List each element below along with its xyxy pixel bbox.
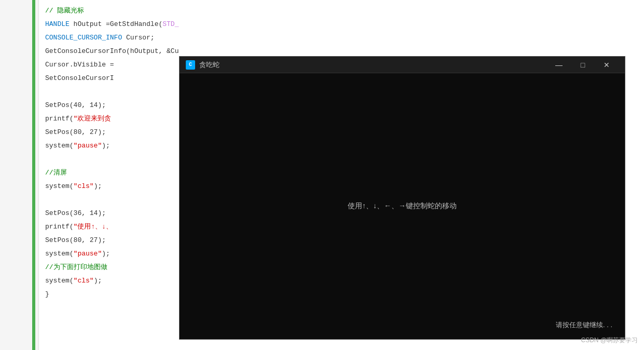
code-editor: // 隐藏光标 HANDLE hOutput = GetStdHandle( S… bbox=[39, 0, 179, 350]
code-line-2: HANDLE hOutput = GetStdHandle( STD_OUTPU… bbox=[45, 18, 173, 31]
code-line-9: printf( "欢迎来到贪 bbox=[45, 112, 173, 126]
maximize-button[interactable]: □ bbox=[571, 57, 595, 73]
code-line-21: system( "cls" ); bbox=[45, 274, 173, 288]
line-gutter bbox=[0, 0, 39, 350]
code-line-3: CONSOLE_CURSOR_INFO Cursor; bbox=[45, 31, 173, 45]
code-line-5: Cursor.bVisible = bbox=[45, 58, 173, 72]
green-indicator bbox=[32, 0, 35, 350]
console-title: 贪吃蛇 bbox=[199, 60, 547, 70]
code-line-20: //为下面打印地图做 bbox=[45, 261, 173, 274]
code-line-11: system( "pause" ); bbox=[45, 139, 173, 153]
code-line-16: SetPos(36, 14); bbox=[45, 207, 173, 220]
console-center-message: 使用↑、↓、←、→键控制蛇的移动 bbox=[348, 201, 457, 211]
code-line-8: SetPos(40, 14); bbox=[45, 99, 173, 112]
code-line-19: system( "pause" ); bbox=[45, 247, 173, 261]
console-pause-message: 请按任意键继续. . . bbox=[556, 320, 612, 330]
code-comment: // 隐藏光标 bbox=[45, 4, 84, 18]
code-line-22: } bbox=[45, 288, 173, 301]
code-line-13: //清屏 bbox=[45, 166, 173, 180]
console-window-controls: — □ ✕ bbox=[547, 57, 619, 73]
code-line-10: SetPos(80, 27); bbox=[45, 126, 173, 139]
code-line-12 bbox=[45, 153, 173, 166]
code-line-14: system( "cls" ); bbox=[45, 180, 173, 193]
code-line-6: SetConsoleCursorI bbox=[45, 72, 173, 85]
csdn-watermark: CSDN @啊苏要学习 bbox=[581, 336, 638, 345]
console-app-icon: C bbox=[186, 60, 195, 70]
console-titlebar: C 贪吃蛇 — □ ✕ bbox=[180, 57, 625, 73]
code-line-7 bbox=[45, 85, 173, 99]
code-keyword: HANDLE bbox=[45, 18, 70, 31]
code-line-17: printf( "使用↑、↓、 bbox=[45, 220, 173, 234]
code-line-18: SetPos(80, 27); bbox=[45, 234, 173, 247]
code-line-1: // 隐藏光标 bbox=[45, 4, 173, 18]
close-button[interactable]: ✕ bbox=[595, 57, 619, 73]
code-line-4: GetConsoleCursorInfo(hOutput, &Cursor); bbox=[45, 45, 173, 58]
minimize-button[interactable]: — bbox=[547, 57, 571, 73]
code-line-15 bbox=[45, 193, 173, 207]
console-body: 使用↑、↓、←、→键控制蛇的移动 请按任意键继续. . . bbox=[180, 73, 625, 339]
console-window: C 贪吃蛇 — □ ✕ 使用↑、↓、←、→键控制蛇的移动 请按任意键继续. . … bbox=[179, 56, 625, 340]
